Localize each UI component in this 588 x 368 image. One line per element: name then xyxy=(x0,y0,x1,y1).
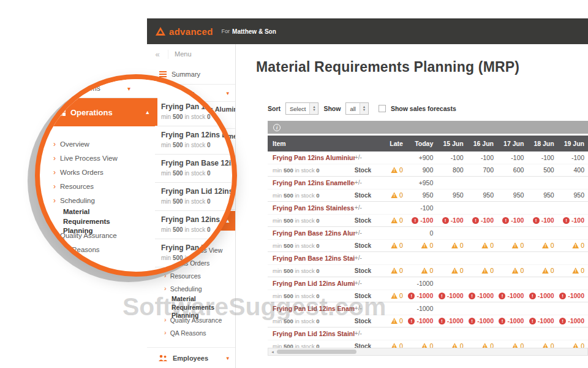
magnified-item-works-orders[interactable]: ›Works Orders xyxy=(40,165,155,179)
error-icon xyxy=(559,293,566,299)
table-header: Item Late Today 15 Jun 16 Jun 17 Jun 18 … xyxy=(268,136,588,151)
scrollbar-thumb[interactable] xyxy=(277,350,356,354)
info-bar: i xyxy=(268,121,588,134)
error-icon xyxy=(469,293,475,299)
chevron-right-icon: › xyxy=(53,246,56,253)
stock-cell: -1000 xyxy=(467,317,497,324)
magnified-item-resources[interactable]: ›Resources xyxy=(40,179,155,193)
magnified-item-quality-assurance[interactable]: ›Quality Assurance xyxy=(40,228,155,242)
error-icon xyxy=(499,318,505,324)
warning-icon xyxy=(391,267,398,274)
column-header: 17 Jun xyxy=(497,140,527,147)
page: advanced For Matthew & Son « Menu Summar… xyxy=(0,0,588,368)
magnified-item-qa-reasons[interactable]: ›QA Reasons xyxy=(40,242,155,256)
warning-icon xyxy=(572,242,579,248)
stock-label: Stock xyxy=(355,217,377,224)
chevron-right-icon: › xyxy=(53,155,56,162)
stock-cell: 400 xyxy=(558,166,588,174)
stock-cell: 950 xyxy=(437,191,467,199)
stock-cell: 0 xyxy=(497,242,527,249)
stock-cell: -100 xyxy=(467,217,497,224)
chevron-right-icon: › xyxy=(53,197,56,204)
magnified-item-live-process-view[interactable]: ›Live Process View xyxy=(40,151,155,165)
chevron-up-icon: ▴ xyxy=(146,109,149,115)
stock-cell: -1000 xyxy=(407,292,437,299)
table-row: min 500 in stock 0Stock0-100-100-100-100… xyxy=(268,215,588,228)
plus-minus-label: +/- xyxy=(355,229,377,236)
magnified-item-overview[interactable]: ›Overview xyxy=(40,137,155,151)
magnified-operations[interactable]: Operations ▴ xyxy=(35,98,157,126)
summary-label: Summary xyxy=(172,71,200,78)
item-name[interactable]: Frying Pan 12ins Aluminium xyxy=(273,154,355,161)
sort-select[interactable]: Select ▲▼ xyxy=(285,102,318,115)
stepper-icon[interactable]: ▲▼ xyxy=(360,103,368,114)
sidebar-item-employees[interactable]: Employees ▾ xyxy=(147,347,235,368)
stock-cell: 0 xyxy=(377,166,407,174)
error-icon xyxy=(563,217,570,224)
item-name[interactable]: Frying Pan 12ins Stainless xyxy=(273,204,354,212)
magnified-item-scheduling[interactable]: ›Scheduling xyxy=(40,193,155,207)
error-icon xyxy=(559,318,566,324)
stock-cell: 800 xyxy=(437,166,467,174)
magnified-item-material-requirements-planning[interactable]: Material Requirements Planning xyxy=(40,207,155,228)
item-name[interactable]: Frying Pan Lid 12ins Stainle... xyxy=(273,330,355,337)
error-icon xyxy=(439,293,445,299)
stock-cell: 0 xyxy=(377,217,407,224)
plus-minus-label: +/- xyxy=(355,179,377,186)
for-label: For xyxy=(222,28,230,34)
item-name[interactable]: Frying Pan Lid 12ins Alumin... xyxy=(273,280,355,287)
collapse-sidebar-icon[interactable]: « xyxy=(147,50,168,59)
warning-icon xyxy=(542,242,549,248)
plus-minus-cell: +950 xyxy=(407,179,437,186)
item-name[interactable]: Frying Pan Base 12ins Stain... xyxy=(273,255,355,262)
stock-label: Stock xyxy=(355,192,377,199)
sort-label: Sort xyxy=(268,105,281,112)
table-row: Frying Pan Lid 12ins Alumin...+/--1000 xyxy=(268,277,588,290)
stock-cell: -1000 xyxy=(558,317,588,324)
column-header: 16 Jun xyxy=(467,140,497,147)
plus-minus-label: +/- xyxy=(355,280,377,286)
item-name[interactable]: Frying Pan Base 12ins Alum... xyxy=(273,229,355,237)
stock-label: Stock xyxy=(355,167,377,174)
stock-cell: 700 xyxy=(467,166,497,174)
stock-cell: 950 xyxy=(407,191,437,199)
stock-cell: 950 xyxy=(527,191,557,199)
magnifier-circle: Stock Items ▾ Operations ▴ ›Overview ›Li… xyxy=(35,74,237,277)
warning-icon xyxy=(481,242,488,248)
stock-label: Stock xyxy=(355,267,377,274)
warning-icon xyxy=(451,267,458,274)
warning-icon xyxy=(421,267,428,274)
plus-minus-cell: -100 xyxy=(497,154,527,161)
stock-cell: 0 xyxy=(437,242,467,249)
show-select[interactable]: all ▲▼ xyxy=(345,102,369,115)
info-icon[interactable]: i xyxy=(273,124,281,131)
stock-cell: -1000 xyxy=(497,292,527,299)
sidebar-item-qa-reasons[interactable]: ›QA Reasons xyxy=(147,326,235,339)
table-row: min 500 in stock 0Stock0000000 xyxy=(268,265,588,278)
stock-item-card[interactable]: Frying Pan 12ins Enamelled min 500 in st… xyxy=(155,126,237,155)
chevron-down-icon: ▾ xyxy=(226,355,229,361)
item-name[interactable]: Frying Pan 12ins Enamelled xyxy=(273,179,355,186)
column-header: 15 Jun xyxy=(437,140,467,147)
horizontal-scrollbar[interactable]: ◂ xyxy=(268,348,588,356)
magnified-stock-items[interactable]: Stock Items ▾ xyxy=(35,79,157,98)
sales-forecasts-label: Show sales forecasts xyxy=(391,105,456,112)
stock-item-card[interactable]: Frying Pan Lid 12ins Alumi min 500 in st… xyxy=(155,183,237,211)
advanced-logo-icon xyxy=(156,27,165,36)
stock-cell: 950 xyxy=(558,191,588,199)
item-meta: min 500 in stock 0 xyxy=(273,192,320,199)
scroll-left-icon[interactable]: ◂ xyxy=(268,350,277,355)
stock-cell: 0 xyxy=(527,242,557,249)
watermark: SoftwareSuggest.com xyxy=(123,293,386,321)
chevron-right-icon: › xyxy=(164,272,167,279)
stock-item-card[interactable]: Frying Pan Base 12ins Alum min 500 in st… xyxy=(155,155,237,183)
warning-icon xyxy=(391,293,398,299)
sales-forecasts-checkbox[interactable] xyxy=(379,105,386,112)
stepper-icon[interactable]: ▲▼ xyxy=(309,103,318,114)
operations-icon xyxy=(58,109,66,116)
top-bar: advanced For Matthew & Son xyxy=(147,18,588,44)
warning-icon xyxy=(391,167,398,173)
sidebar-menu-header: « Menu xyxy=(147,44,235,64)
stock-cell: 0 xyxy=(558,242,588,249)
stock-cell: 0 xyxy=(467,242,497,249)
